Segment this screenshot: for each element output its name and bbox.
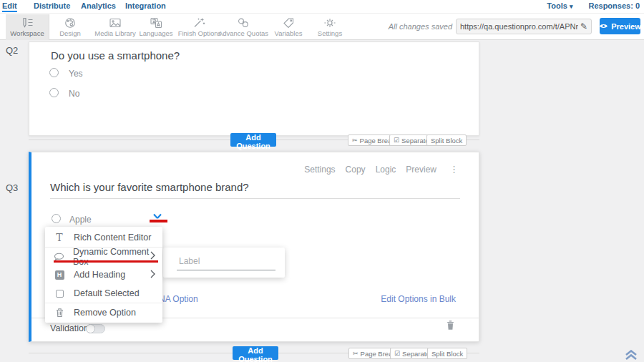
tab-languages[interactable]: Languages <box>137 14 175 40</box>
preview-button[interactable]: Preview <box>600 18 640 34</box>
tab-label: Languages <box>139 29 172 37</box>
option-context-menu: T Rich Content Editor Dynamic Comment Bo… <box>45 227 162 323</box>
tag-icon <box>281 17 296 29</box>
na-option-link[interactable]: NA Option <box>159 294 198 304</box>
question-settings-link[interactable]: Settings <box>304 165 335 175</box>
top-nav: Edit Distribute Analytics Integration To… <box>0 0 644 13</box>
question-logic-link[interactable]: Logic <box>376 165 396 175</box>
question-title[interactable]: Do you use a smartphone? <box>51 49 180 62</box>
image-icon <box>108 17 122 29</box>
menu-item-default-selected[interactable]: Default Selected <box>45 284 162 303</box>
question-number-q3: Q3 <box>6 182 18 193</box>
edit-options-in-bulk-link[interactable]: Edit Options in Bulk <box>381 294 456 304</box>
menu-item-dynamic-comment-box[interactable]: Dynamic Comment Box <box>45 247 162 265</box>
validation-toggle[interactable] <box>86 324 105 333</box>
chevron-down-icon: ▾ <box>570 3 573 10</box>
tab-label: Settings <box>318 29 342 37</box>
chevron-right-icon <box>150 270 155 280</box>
radio-yes[interactable] <box>49 68 59 77</box>
add-question-button[interactable]: Add Question <box>233 346 278 360</box>
nav-edit[interactable]: Edit <box>2 1 17 12</box>
gear-icon <box>323 17 337 29</box>
quota-links-icon <box>236 17 250 29</box>
toggle-knob <box>86 324 95 333</box>
question-card-q2: Do you use a smartphone? Yes No <box>29 41 479 136</box>
tab-variables[interactable]: Variables <box>270 14 307 40</box>
comment-box-submenu <box>163 248 285 278</box>
tab-label: Workspace <box>10 29 44 37</box>
text-icon: T <box>54 232 65 243</box>
translate-icon <box>149 17 163 29</box>
checkbox-icon <box>54 290 65 298</box>
option-label-no[interactable]: No <box>69 89 79 99</box>
tab-media-library[interactable]: Media Library <box>92 14 139 40</box>
toolbar: Workspace Design Media Library Languages… <box>0 13 644 40</box>
menu-item-add-heading[interactable]: H Add Heading <box>45 265 162 284</box>
option-label-yes[interactable]: Yes <box>69 69 83 79</box>
heading-icon: H <box>54 270 65 280</box>
magic-wand-icon <box>192 17 207 29</box>
scroll-to-top-icon[interactable] <box>623 350 639 362</box>
scissors-icon: ✂ <box>353 350 358 357</box>
tab-workspace[interactable]: Workspace <box>6 14 49 40</box>
nav-distribute[interactable]: Distribute <box>34 1 70 10</box>
split-block-button[interactable]: Split Block <box>427 348 467 359</box>
question-number-q2: Q2 <box>6 45 18 56</box>
question-actions: Settings Copy Logic Preview ⋮ <box>304 164 459 175</box>
comment-bubble-icon <box>54 253 64 261</box>
palette-icon <box>63 17 77 29</box>
tab-advance-quotas[interactable]: Advance Quotas <box>217 14 270 40</box>
option-label-apple[interactable]: Apple <box>69 215 92 225</box>
label-input[interactable] <box>177 253 275 270</box>
annotation-underline-chevron <box>150 220 167 222</box>
responses-count[interactable]: Responses: 0 <box>588 1 640 10</box>
radio-no[interactable] <box>49 88 59 97</box>
question-preview-link[interactable]: Preview <box>406 165 436 175</box>
menu-item-rich-content-editor[interactable]: T Rich Content Editor <box>45 228 162 247</box>
scissors-icon: ✂ <box>352 137 358 144</box>
separator-icon: ☑ <box>394 350 400 357</box>
delete-question-trash-icon[interactable] <box>446 320 455 333</box>
survey-url-box: ✎ <box>456 19 592 34</box>
trash-icon <box>54 308 65 318</box>
question-copy-link[interactable]: Copy <box>346 165 366 175</box>
add-question-button[interactable]: Add Question <box>230 133 276 147</box>
split-block-button[interactable]: Split Block <box>426 134 467 146</box>
nav-integration[interactable]: Integration <box>125 1 166 10</box>
tab-label: Finish Options <box>178 29 222 37</box>
more-options-icon[interactable]: ⋮ <box>449 164 459 175</box>
tab-label: Design <box>59 29 81 37</box>
eye-icon <box>599 22 608 31</box>
validation-label: Validation <box>50 323 89 333</box>
survey-url-input[interactable] <box>460 22 578 31</box>
tab-settings[interactable]: Settings <box>310 14 350 40</box>
question-title[interactable]: Which is your favorite smartphone brand? <box>50 181 249 193</box>
tab-label: Media Library <box>94 29 136 37</box>
workspace-icon <box>20 17 34 29</box>
edit-url-pencil-icon[interactable]: ✎ <box>580 21 587 31</box>
save-status: All changes saved <box>372 22 452 31</box>
tools-menu[interactable]: Tools ▾ <box>547 1 572 10</box>
nav-analytics[interactable]: Analytics <box>81 1 116 10</box>
question-input-underline <box>50 198 460 199</box>
tab-label: Variables <box>275 29 303 37</box>
tab-design[interactable]: Design <box>52 14 88 40</box>
annotation-underline-menu-item <box>54 260 158 263</box>
menu-item-remove-option[interactable]: Remove Option <box>45 303 162 321</box>
radio-apple[interactable] <box>52 214 61 223</box>
tab-label: Advance Quotas <box>218 29 268 37</box>
separator-icon: ☑ <box>394 137 399 144</box>
